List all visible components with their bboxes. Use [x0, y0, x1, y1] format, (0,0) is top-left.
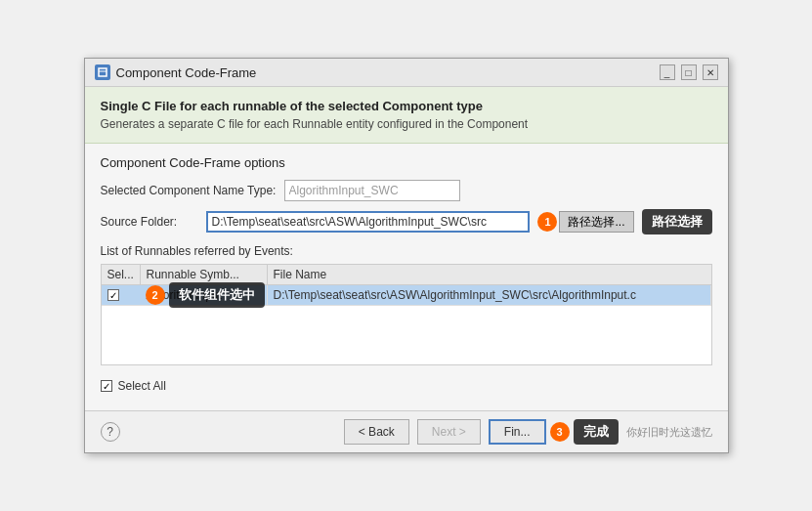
row-filename: D:\Temp\seat\seat\src\ASW\AlgorithmInput… [268, 285, 711, 305]
window-title: Component Code-Frame [116, 65, 257, 80]
select-all-row: ✓ Select All [101, 373, 712, 399]
path-select-button[interactable]: 路径选择... [559, 211, 633, 233]
runnables-table: Sel... Runnable Symb... File Name ✓ Algo… [101, 264, 712, 365]
help-icon[interactable]: ? [101, 422, 120, 442]
badge-1: 1 [537, 212, 557, 232]
runnables-title: List of Runnables referred by Events: [101, 244, 712, 258]
back-button[interactable]: < Back [344, 419, 409, 445]
source-folder-input[interactable] [206, 211, 531, 233]
main-window: Component Code-Frame _ □ ✕ Single C File… [84, 58, 729, 453]
path-btn-wrapper: 1 路径选择... [537, 211, 633, 233]
window-icon [95, 64, 110, 80]
minimize-button[interactable]: _ [660, 64, 675, 80]
component-name-label: Selected Component Name Type: [101, 184, 277, 197]
titlebar: Component Code-Frame _ □ ✕ [85, 59, 728, 87]
checkbox-checked: ✓ [107, 289, 119, 301]
close-button[interactable]: ✕ [703, 64, 718, 80]
bottom-left: ? [101, 422, 120, 442]
source-folder-row: Source Folder: 1 路径选择... 路径选择 [101, 209, 712, 234]
header-title: Single C File for each runnable of the s… [101, 99, 712, 113]
bottom-bar: ? < Back Next > Fin... 3 完成 你好旧时光这遗忆 [85, 410, 728, 452]
component-name-input [284, 180, 460, 201]
bottom-buttons: < Back Next > Fin... 3 完成 你好旧时光这遗忆 [344, 419, 712, 445]
source-folder-label: Source Folder: [101, 215, 198, 229]
select-all-label: Select All [118, 379, 166, 393]
badge3-label: 完成 [574, 419, 619, 445]
row-checkbox[interactable]: ✓ [102, 285, 141, 305]
titlebar-left: Component Code-Frame [95, 64, 257, 80]
badge-3: 3 [550, 422, 570, 442]
header-section: Single C File for each runnable of the s… [85, 87, 728, 144]
path-annotation-label: 路径选择 [642, 209, 712, 234]
titlebar-controls: _ □ ✕ [660, 64, 718, 80]
watermark: 你好旧时光这遗忆 [626, 425, 712, 440]
col-filename: File Name [268, 265, 711, 284]
content-area: Component Code-Frame options Selected Co… [85, 144, 728, 410]
badge-2: 2 [146, 285, 165, 305]
table-row[interactable]: ✓ AlgorithmInput D:\Temp\seat\seat\src\A… [102, 285, 711, 306]
maximize-button[interactable]: □ [681, 64, 697, 80]
header-description: Generates a separate C file for each Run… [101, 117, 712, 131]
svg-rect-0 [99, 68, 107, 76]
select-all-checkbox[interactable]: ✓ [101, 380, 112, 392]
options-section-title: Component Code-Frame options [101, 155, 712, 170]
finish-button[interactable]: Fin... [489, 419, 546, 445]
table-empty-area [102, 306, 711, 364]
col-sel: Sel... [102, 265, 141, 284]
col-runnable: Runnable Symb... [141, 265, 268, 284]
next-button[interactable]: Next > [417, 419, 481, 445]
component-name-row: Selected Component Name Type: [101, 180, 712, 201]
badge2-label: 软件组件选中 [169, 282, 265, 308]
